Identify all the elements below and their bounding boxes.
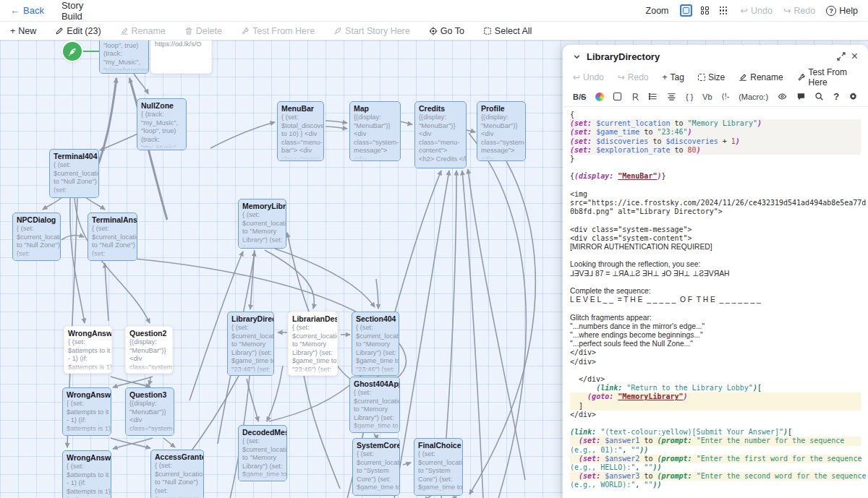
code-line: (e.g., WORLD):", "")): [570, 481, 861, 489]
macro-button[interactable]: (Macro:): [739, 93, 768, 101]
passage-title: MemoryLibrary: [242, 202, 282, 211]
close-icon[interactable]: ×: [851, 50, 858, 63]
help-button[interactable]: ?Help: [826, 6, 858, 16]
passage-node-WrongAnswer3[interactable]: WrongAnswer3{ (set: $attempts to it - 1)…: [62, 450, 111, 498]
code-line: (set: $answer2 to (prompt: "Enter the fi…: [570, 455, 861, 463]
passage-link-line: [163, 438, 175, 447]
passage-node-SystemCore[interactable]: SystemCore{ (set: $current_locatio to "S…: [352, 438, 400, 496]
passage-node-DecodedMessag[interactable]: DecodedMessag{ (set: $current_locatio to…: [238, 425, 287, 481]
expand-icon[interactable]: [837, 52, 846, 61]
select-all-button[interactable]: Select All: [483, 26, 532, 36]
passage-link-line: [43, 197, 63, 210]
passage-node-Credits[interactable]: Credits{(display: "MenuBar")} <div class…: [414, 101, 467, 168]
editor-passage-title: LibraryDirectory: [587, 51, 660, 62]
list-button[interactable]: [648, 92, 658, 101]
size-button[interactable]: Size: [698, 72, 725, 82]
comment-bubble-icon: [796, 92, 806, 101]
preview-eye-button[interactable]: [778, 92, 787, 101]
passage-node-Section404[interactable]: Section404{ (set: $current_locatio to "M…: [352, 312, 399, 376]
test-from-here-button[interactable]: Test From Here: [241, 26, 315, 36]
passage-node-WrongAnswer1[interactable]: WrongAnswer1{ (set: $attempts to it - 1)…: [64, 326, 112, 374]
search-button[interactable]: [814, 92, 824, 101]
passage-node-url-partial[interactable]: https://od.lk/s/O: [150, 40, 212, 74]
passage-node-Profile[interactable]: Profile{(display: "MenuBar")} <div class…: [477, 101, 526, 161]
code-line: Looking through the reflection, you see:: [570, 260, 861, 269]
passage-title: TerminalAnswers: [92, 215, 133, 225]
hook-button[interactable]: [631, 93, 639, 101]
passage-node-MemoryLibrary[interactable]: MemoryLibrary{ (set: $current_locatio to…: [238, 199, 286, 249]
passage-link-line: [326, 126, 347, 129]
redo-icon: ↪: [783, 5, 791, 16]
passage-node-AccessGranted[interactable]: AccessGranted{ (set: $current_locatio to…: [150, 450, 204, 498]
chevron-down-icon[interactable]: [573, 53, 581, 61]
passage-link-line: [462, 171, 483, 498]
undo-icon: ↩: [741, 5, 748, 16]
undo-button[interactable]: ↩Undo: [741, 5, 773, 16]
passage-code-editor[interactable]: {(set: $current_location to "Memory Libr…: [563, 107, 868, 498]
zoom-level-full-button[interactable]: [680, 4, 692, 17]
passage-link-line: [265, 250, 314, 309]
passage-node-NPCDialog[interactable]: NPCDialog{ (set: $current_locatio to "Nu…: [12, 212, 61, 261]
edit-23-button[interactable]: Edit (23): [55, 26, 101, 36]
passage-excerpt: { (set: $attempts to it - 1) (if: $attem…: [67, 400, 107, 436]
wrench-icon: [797, 73, 806, 82]
passage-node-Question2[interactable]: Question2{(display: "MenuBar")} <div cla…: [125, 326, 173, 374]
start-story-here-button[interactable]: Start Story Here: [333, 26, 410, 36]
code-line: [570, 181, 861, 190]
tab-build[interactable]: Build: [60, 11, 101, 22]
passage-title: Terminal404: [54, 152, 95, 161]
settings-button[interactable]: [848, 92, 858, 101]
zoom-level-medium-button[interactable]: [699, 4, 711, 17]
undo-button[interactable]: ↩Undo: [573, 72, 604, 82]
comment-bubble-button[interactable]: [796, 92, 806, 101]
passage-node-WrongAnswer2[interactable]: WrongAnswer2{ (set: $attempts to it - 1)…: [62, 387, 111, 436]
rename-button[interactable]: Rename: [739, 72, 783, 82]
delete-button[interactable]: Delete: [184, 26, 222, 36]
passage-link-line: [468, 169, 525, 480]
plus-icon: +: [10, 26, 15, 36]
passage-node-LibraryDirectory[interactable]: LibraryDirectory{ (set: $current_locatio…: [227, 312, 274, 376]
test-from-here-button[interactable]: Test From Here: [797, 67, 858, 87]
bold-strike-icon: B/S: [573, 93, 586, 101]
color-wheel-button[interactable]: [595, 93, 604, 101]
passage-excerpt: { (set: $current_locatio to "Memory Libr…: [242, 437, 283, 481]
code-line: (e.g., HELLO):", "")): [570, 463, 861, 472]
code-line: {: [570, 111, 861, 119]
help-button[interactable]: ?: [833, 91, 839, 102]
back-button[interactable]: ←Back: [10, 5, 44, 16]
passage-node-Terminal404[interactable]: Terminal404{ (set: $current_locatio to "…: [49, 149, 99, 198]
bold-strike-button[interactable]: B/S: [573, 93, 586, 101]
code-line: [570, 304, 861, 313]
passage-node-Question3[interactable]: Question3{(display: "MenuBar")} <div cla…: [125, 387, 174, 436]
passage-node-LibrarianDesk[interactable]: LibrarianDesk{ (set: $current_locatio to…: [288, 312, 338, 376]
code-line: [570, 252, 861, 260]
passage-title: Profile: [481, 104, 522, 113]
editor-header: LibraryDirectory ×: [563, 45, 868, 68]
new-button[interactable]: +New: [10, 26, 36, 36]
redo-button[interactable]: ↪Redo: [618, 72, 649, 82]
passage-node-Ghost404Appea[interactable]: Ghost404Appea{ (set: $current_locatio to…: [349, 377, 400, 433]
passage-node-Map[interactable]: Map{(display: "MenuBar")} <div class="sy…: [349, 101, 401, 161]
passage-node-MenuBar[interactable]: MenuBar{ (set: $total_discoveri to 10) }…: [277, 101, 324, 161]
frame-button[interactable]: [613, 93, 621, 100]
passage-node-FinalChoice[interactable]: FinalChoice{ (set: $current_locatio to "…: [414, 438, 463, 496]
passage-link-line: [111, 377, 150, 387]
redo-icon: ↪: [618, 72, 625, 82]
braces-button[interactable]: { }: [686, 93, 693, 101]
rename-button[interactable]: Rename: [120, 26, 166, 36]
align-center-button[interactable]: [667, 92, 676, 101]
passage-node-music-init-partial[interactable]: "my_Music", "loop", true) (track: "my_Mu…: [99, 40, 149, 74]
comment-button[interactable]: ⟨!-: [721, 92, 729, 101]
verbatim-button[interactable]: Vb: [702, 93, 712, 101]
go-to-button[interactable]: Go To: [429, 26, 464, 36]
passage-node-NullZone[interactable]: NullZone{ (track: "my_Music", "loop", tr…: [137, 98, 187, 150]
redo-button[interactable]: ↪Redo: [783, 5, 815, 16]
zoom-level-small-button[interactable]: [718, 4, 730, 17]
passage-node-TerminalAnswers[interactable]: TerminalAnswers{ (set: $current_locatio …: [88, 212, 137, 261]
passage-excerpt: "my_Music", "loop", true) (track: "my_Mu…: [103, 40, 145, 74]
tab-story[interactable]: Story: [60, 0, 101, 11]
passage-link-line: [304, 375, 340, 489]
code-line: [MIRROR AUTHENTICATION REQUIRED]: [570, 243, 861, 252]
passage-link-line: [250, 250, 255, 309]
tag-button[interactable]: +Tag: [663, 72, 684, 82]
